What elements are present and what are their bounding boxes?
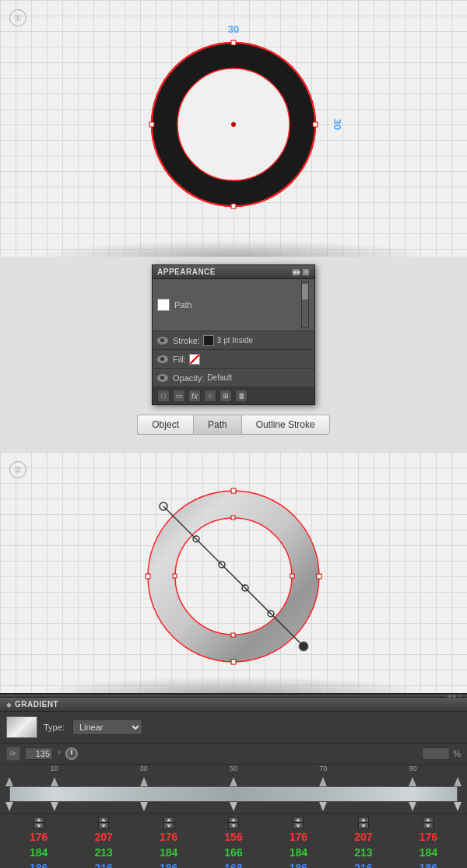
color-col-arrows-6 xyxy=(396,817,461,829)
stop-up-70[interactable] xyxy=(319,777,327,788)
add-layer-btn[interactable]: □ xyxy=(157,390,170,402)
stroke-color-swatch[interactable] xyxy=(203,335,214,346)
fill-color-swatch[interactable] xyxy=(189,354,200,365)
arrow-down-0[interactable] xyxy=(33,823,44,829)
svg-marker-48 xyxy=(101,824,106,828)
fill-label: Fill: xyxy=(173,355,186,364)
canvas-bottom-shadow xyxy=(0,218,467,257)
duplicate-btn[interactable]: ⊞ xyxy=(219,390,232,402)
angle-dial[interactable] xyxy=(65,747,78,760)
color-col-arrows-3 xyxy=(201,817,265,829)
stop-down-50[interactable] xyxy=(230,802,237,813)
fill-visibility-icon[interactable] xyxy=(157,355,168,363)
svg-marker-31 xyxy=(5,777,13,786)
red-values-row: 176 207 176 156 176 207 176 xyxy=(0,829,467,845)
panel-scrollbar[interactable] xyxy=(300,282,310,328)
stop-up-90[interactable] xyxy=(409,777,416,788)
svg-marker-51 xyxy=(231,818,236,821)
fill-row: Fill: xyxy=(153,350,314,369)
opacity-visibility-icon[interactable] xyxy=(157,374,168,382)
svg-marker-38 xyxy=(5,802,13,811)
type-select[interactable]: Linear Radial xyxy=(72,719,142,735)
arrow-up-3[interactable] xyxy=(228,817,239,823)
clear-btn[interactable]: ▭ xyxy=(173,390,185,402)
arrow-down-3[interactable] xyxy=(228,823,239,829)
stop-down-0[interactable] xyxy=(5,802,13,813)
g-val-4: 184 xyxy=(266,846,331,859)
arrow-up-5[interactable] xyxy=(358,817,369,823)
percent-symbol: % xyxy=(453,749,461,758)
stop-up-100[interactable] xyxy=(454,777,462,788)
svg-rect-10 xyxy=(313,122,318,127)
svg-rect-9 xyxy=(149,122,154,127)
r-val-0: 176 xyxy=(6,831,71,843)
svg-rect-21 xyxy=(231,516,235,520)
svg-marker-49 xyxy=(167,818,171,821)
outline-stroke-button[interactable]: Outline Stroke xyxy=(241,415,330,435)
stroke-label: Stroke: xyxy=(173,336,200,345)
arrow-up-2[interactable] xyxy=(163,817,174,823)
arrow-down-6[interactable] xyxy=(423,823,434,829)
delete-btn[interactable]: 🗑 xyxy=(235,390,248,402)
b-val-6: 186 xyxy=(396,862,461,868)
arrow-up-0[interactable] xyxy=(33,817,44,823)
r-val-1: 207 xyxy=(71,831,135,843)
fx-btn[interactable]: fx xyxy=(188,390,201,402)
path-row: Path xyxy=(153,279,314,331)
r-val-3: 156 xyxy=(201,831,265,843)
panel-menu-icon[interactable]: ≡ xyxy=(458,692,462,699)
svg-rect-24 xyxy=(173,574,177,578)
svg-marker-37 xyxy=(454,777,462,786)
angle-input[interactable] xyxy=(25,747,53,760)
stroke-visibility-icon[interactable] xyxy=(157,337,168,345)
arrow-down-2[interactable] xyxy=(163,823,174,829)
gradient-number-labels: 10 30 50 70 90 xyxy=(9,765,458,777)
svg-marker-47 xyxy=(101,818,106,821)
arrow-down-4[interactable] xyxy=(293,823,304,829)
canvas-section-1: ① 30 30 xyxy=(0,0,467,257)
arrow-up-1[interactable] xyxy=(98,817,109,823)
stop-down-30[interactable] xyxy=(140,802,148,813)
gradient-panel: ◀◀ ≡ ◆ GRADIENT Type: Linear Radial ⟳ ° … xyxy=(0,693,467,868)
stop-up-10[interactable] xyxy=(51,777,58,788)
gradient-bar[interactable] xyxy=(9,786,458,802)
color-col-arrows-1 xyxy=(71,817,135,829)
svg-marker-44 xyxy=(454,802,462,811)
g-val-5: 213 xyxy=(331,846,395,859)
stop-up-30[interactable] xyxy=(140,777,148,788)
stop-down-100[interactable] xyxy=(454,802,462,813)
panel-menu-btn[interactable]: ≡ xyxy=(302,268,310,276)
angle-stepper-icon[interactable]: ⟳ xyxy=(6,747,20,761)
circle-btn[interactable]: ○ xyxy=(204,390,216,402)
svg-marker-57 xyxy=(426,818,430,821)
panel-controls[interactable]: ◀◀ ≡ xyxy=(292,268,310,276)
svg-marker-52 xyxy=(231,824,236,828)
percent-input[interactable] xyxy=(422,747,450,760)
r-val-2: 176 xyxy=(136,831,201,843)
color-col-arrows-4 xyxy=(266,817,331,829)
arrow-down-5[interactable] xyxy=(358,823,369,829)
circle-ring-svg xyxy=(148,39,319,210)
gradient-circle-container xyxy=(140,483,327,670)
object-button[interactable]: Object xyxy=(137,415,193,435)
path-button[interactable]: Path xyxy=(193,415,241,435)
arrow-down-1[interactable] xyxy=(98,823,109,829)
gradient-type-row: Type: Linear Radial xyxy=(0,712,467,744)
g-val-6: 184 xyxy=(396,846,461,859)
stop-up-50[interactable] xyxy=(230,777,237,788)
stop-down-90[interactable] xyxy=(409,802,416,813)
b-val-4: 186 xyxy=(266,862,331,868)
color-col-arrows-5 xyxy=(331,817,395,829)
stop-down-70[interactable] xyxy=(319,802,327,813)
stop-up-0[interactable] xyxy=(5,777,13,788)
svg-marker-53 xyxy=(296,818,300,821)
gradient-ring-svg xyxy=(140,483,327,670)
svg-rect-22 xyxy=(290,574,294,578)
gradient-bar-section xyxy=(0,777,467,813)
arrow-up-6[interactable] xyxy=(423,817,434,823)
arrow-up-4[interactable] xyxy=(293,817,304,823)
stop-down-10[interactable] xyxy=(51,802,58,813)
panel-collapse-btn[interactable]: ◀◀ xyxy=(292,268,300,276)
gradient-preview xyxy=(6,716,37,738)
g-val-0: 184 xyxy=(6,846,71,859)
